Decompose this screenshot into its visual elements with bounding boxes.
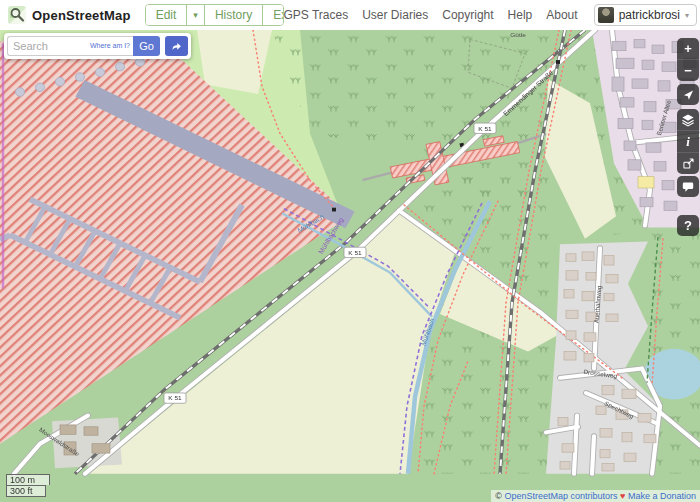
- copyright-symbol: ©: [495, 491, 502, 501]
- locate-arrow-icon: [682, 88, 695, 101]
- scale-control: 100 m 300 ft: [6, 474, 50, 497]
- locate-control-group: [677, 84, 699, 105]
- show-my-location-button[interactable]: [677, 84, 699, 105]
- donate-link[interactable]: Make a Donation: [628, 491, 696, 501]
- scale-metric: 100 m: [6, 474, 50, 485]
- user-menu[interactable]: patrickbrosi ▾: [594, 4, 697, 26]
- history-button[interactable]: History: [204, 5, 262, 25]
- road-ref: K 51: [348, 249, 362, 256]
- heart-icon: ♥: [620, 491, 625, 501]
- directions-arrow-icon: [171, 39, 182, 53]
- edit-button[interactable]: Edit: [146, 5, 187, 25]
- yellow-building: [638, 177, 654, 188]
- nav-copyright[interactable]: Copyright: [442, 8, 493, 22]
- user-menu-caret: ▾: [685, 11, 689, 20]
- user-avatar: [598, 7, 614, 23]
- search-panel: Where am I? Go: [4, 33, 191, 59]
- header-nav: GPS Traces User Diaries Copyright Help A…: [284, 4, 700, 26]
- layers-control-group: i: [677, 109, 699, 174]
- nav-about[interactable]: About: [546, 8, 577, 22]
- go-button[interactable]: Go: [133, 36, 160, 56]
- map[interactable]: K 51 K 51 K 51 Emmendinger Straße Mühlba…: [0, 30, 700, 502]
- map-key-button[interactable]: i: [677, 130, 699, 152]
- brand-title: OpenStreetMap: [32, 8, 131, 23]
- directions-button[interactable]: [165, 36, 188, 56]
- zoom-in-button[interactable]: +: [677, 38, 699, 59]
- attribution: © OpenStreetMap contributors ♥ Make a Do…: [491, 490, 700, 502]
- query-control-group: ?: [677, 215, 699, 236]
- layers-icon: [681, 113, 695, 127]
- edit-dropdown-caret[interactable]: ▾: [186, 5, 204, 25]
- where-am-i-link[interactable]: Where am I?: [88, 42, 130, 49]
- nav-user-diaries[interactable]: User Diaries: [362, 8, 428, 22]
- map-canvas[interactable]: K 51 K 51 K 51 Emmendinger Straße Mühlba…: [0, 30, 700, 502]
- osm-logo-icon[interactable]: [8, 6, 26, 24]
- nav-help[interactable]: Help: [508, 8, 533, 22]
- osm-contributors-link[interactable]: OpenStreetMap contributors: [505, 491, 618, 501]
- note-bubble-icon: [681, 180, 695, 193]
- note-control-group: [677, 176, 699, 197]
- openstreetmap-page: K 51 K 51 K 51 Emmendinger Straße Mühlba…: [0, 0, 700, 502]
- zoom-control-group: + −: [677, 38, 699, 81]
- road-ref: K 51: [478, 125, 492, 132]
- layers-button[interactable]: [677, 109, 699, 130]
- road-ref: K 51: [168, 395, 182, 402]
- poi-label: Gütle: [510, 31, 526, 38]
- add-note-button[interactable]: [677, 176, 699, 197]
- share-button[interactable]: [677, 152, 699, 174]
- zoom-out-button[interactable]: −: [677, 59, 699, 81]
- nav-gps-traces[interactable]: GPS Traces: [284, 8, 349, 22]
- header: OpenStreetMap Edit ▾ History Export GPS …: [0, 0, 700, 30]
- share-icon: [682, 157, 695, 170]
- export-button[interactable]: Export: [262, 5, 283, 25]
- username: patrickbrosi: [619, 8, 680, 22]
- query-features-button[interactable]: ?: [677, 215, 699, 236]
- edit-button-group: Edit ▾ History Export: [145, 4, 284, 26]
- scale-imperial: 300 ft: [6, 485, 46, 497]
